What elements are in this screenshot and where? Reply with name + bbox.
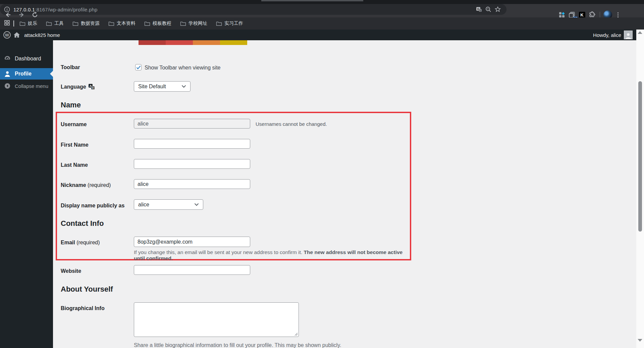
zoom-icon[interactable] bbox=[484, 5, 493, 14]
scrollbar-thumb[interactable] bbox=[638, 81, 642, 232]
dashboard-icon bbox=[4, 55, 11, 62]
sidebar-item-label: Profile bbox=[15, 71, 32, 77]
username-input[interactable] bbox=[134, 119, 250, 129]
bookmark-folder-school-sites[interactable]: 学校网址 bbox=[180, 20, 207, 27]
bookmark-folder-text-materials[interactable]: 文本资料 bbox=[108, 20, 136, 27]
bookmark-folder-template-tutorials[interactable]: 模板教程 bbox=[144, 20, 171, 27]
translation-icon: A文 bbox=[88, 84, 95, 90]
first-name-field-label: First Name bbox=[61, 142, 89, 148]
show-toolbar-checkbox[interactable] bbox=[135, 64, 142, 70]
chevron-down-icon bbox=[181, 85, 186, 88]
home-icon[interactable] bbox=[13, 32, 20, 38]
folder-icon bbox=[72, 21, 78, 26]
folder-icon bbox=[46, 21, 52, 26]
color-scheme-swatch-2[interactable] bbox=[166, 40, 193, 45]
active-tab-sliver bbox=[261, 0, 363, 1]
color-scheme-swatch-4[interactable] bbox=[220, 40, 247, 45]
sidebar-item-dashboard[interactable]: Dashboard bbox=[0, 53, 53, 64]
toolbar-separator bbox=[600, 12, 600, 18]
screen: 127.0.0.1:8167/wp-admin/profile.php G文 1… bbox=[0, 0, 644, 348]
last-name-input[interactable] bbox=[134, 159, 250, 169]
apps-grid-icon[interactable] bbox=[4, 20, 10, 27]
name-section-heading: Name bbox=[61, 101, 81, 109]
wp-sidebar-menu: Dashboard Profile Collapse menu bbox=[0, 40, 53, 348]
url-bar[interactable]: 127.0.0.1:8167/wp-admin/profile.php G文 bbox=[0, 4, 506, 15]
bookmark-folder-tools[interactable]: 工具 bbox=[46, 20, 64, 27]
bookmarks-separator bbox=[13, 20, 14, 27]
scrollbar-up-arrow[interactable] bbox=[638, 31, 642, 34]
svg-text:文: 文 bbox=[479, 9, 482, 12]
contact-info-section-heading: Contact Info bbox=[61, 219, 104, 228]
sidebar-item-profile[interactable]: Profile bbox=[0, 68, 53, 80]
username-field-label: Username bbox=[61, 121, 87, 128]
show-toolbar-checkbox-label[interactable]: Show Toolbar when viewing site bbox=[145, 65, 221, 71]
folder-icon bbox=[19, 21, 25, 26]
toolbar-field-label: Toolbar bbox=[61, 64, 80, 70]
first-name-input[interactable] bbox=[134, 139, 250, 149]
site-home-link[interactable]: attack825 home bbox=[24, 32, 60, 38]
sidebar-item-label: Collapse menu bbox=[15, 83, 48, 89]
bio-description: Share a little biographical information … bbox=[134, 342, 341, 348]
email-field-label: Email (required) bbox=[61, 240, 100, 246]
scrollbar-down-arrow[interactable] bbox=[638, 339, 642, 342]
bookmark-folder-data-resources[interactable]: 数据资源 bbox=[72, 20, 100, 27]
bio-textarea[interactable] bbox=[134, 302, 299, 337]
bookmark-folder-internship[interactable]: 实习工作 bbox=[216, 20, 243, 27]
browser-toolbar: 127.0.0.1:8167/wp-admin/profile.php G文 1… bbox=[0, 4, 644, 17]
wordpress-logo-icon[interactable]: W bbox=[3, 31, 11, 39]
howdy-user-link[interactable]: Howdy, alice bbox=[593, 32, 621, 38]
color-scheme-swatch-1[interactable] bbox=[139, 40, 166, 45]
folder-icon bbox=[216, 21, 222, 26]
website-input[interactable] bbox=[134, 265, 250, 275]
translate-icon[interactable]: G文 bbox=[474, 5, 484, 14]
display-name-select[interactable]: alice bbox=[134, 199, 203, 210]
folder-icon bbox=[144, 21, 150, 26]
folder-icon bbox=[108, 21, 114, 26]
username-note: Usernames cannot be changed. bbox=[256, 121, 327, 127]
display-name-field-label: Display name publicly as bbox=[61, 203, 124, 209]
url-text[interactable]: 127.0.0.1:8167/wp-admin/profile.php bbox=[13, 7, 98, 12]
language-field-label: Language A文 bbox=[61, 84, 95, 90]
chevron-down-icon bbox=[194, 203, 199, 206]
email-change-note: If you change this, an email will be sen… bbox=[134, 249, 406, 261]
last-name-field-label: Last Name bbox=[61, 162, 88, 168]
svg-text:文: 文 bbox=[91, 87, 94, 90]
bookmark-folder-entertainment[interactable]: 娱乐 bbox=[19, 20, 37, 27]
language-select[interactable]: Site Default bbox=[134, 81, 191, 92]
bookmark-star-icon[interactable] bbox=[493, 5, 502, 14]
bio-field-label: Biographical Info bbox=[61, 305, 105, 311]
user-icon bbox=[4, 70, 11, 77]
collapse-icon bbox=[4, 83, 11, 89]
email-input[interactable] bbox=[134, 237, 250, 247]
website-field-label: Website bbox=[61, 268, 81, 274]
wp-admin-bar: W attack825 home Howdy, alice bbox=[0, 30, 644, 40]
nickname-field-label: Nickname (required) bbox=[61, 182, 111, 188]
window-scrollbar[interactable] bbox=[636, 30, 644, 348]
url-path: :8167/wp-admin/profile.php bbox=[35, 7, 97, 12]
color-scheme-swatch-3[interactable] bbox=[193, 40, 220, 45]
checkmark-icon bbox=[136, 65, 141, 69]
sidebar-item-collapse-menu[interactable]: Collapse menu bbox=[0, 81, 53, 91]
bookmarks-bar: 娱乐 工具 数据资源 文本资料 模板教程 学校网址 实习工作 bbox=[0, 17, 644, 30]
about-yourself-section-heading: About Yourself bbox=[61, 285, 113, 294]
folder-icon bbox=[180, 21, 186, 26]
nickname-input[interactable] bbox=[134, 179, 250, 189]
user-avatar[interactable] bbox=[624, 31, 633, 39]
sidebar-item-label: Dashboard bbox=[15, 56, 41, 62]
